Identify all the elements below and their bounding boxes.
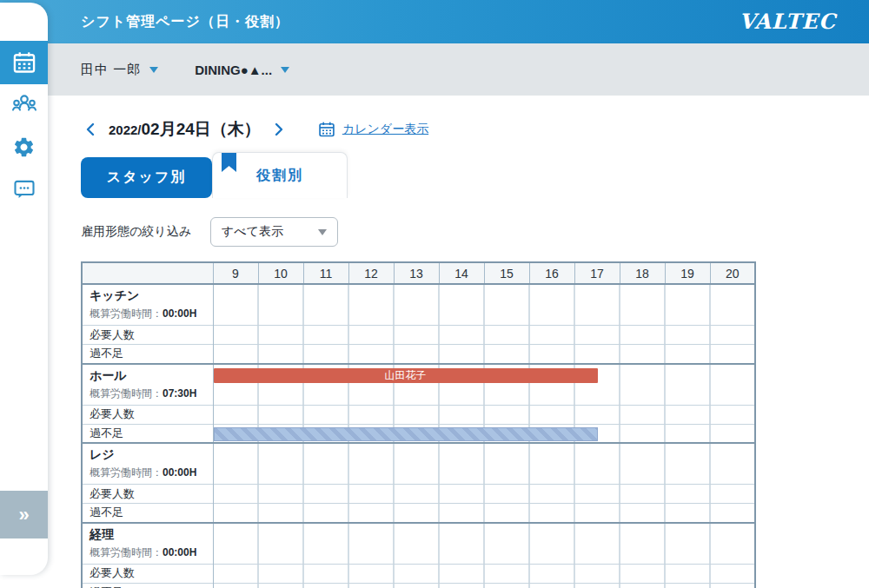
prev-day-button[interactable]	[81, 122, 100, 137]
shortage-row: 過不足	[82, 424, 755, 443]
required-grid-レジ[interactable]	[213, 485, 755, 504]
shortage-grid-レジ[interactable]	[213, 504, 755, 523]
schedule-table-body: キッチン概算労働時間：00:00H必要人数過不足ホール概算労働時間：07:30H…	[82, 284, 755, 588]
shortage-grid-経理[interactable]	[213, 583, 755, 588]
shift-grid-キッチン[interactable]	[213, 284, 755, 326]
role-name-cell: キッチン概算労働時間：00:00H	[82, 284, 213, 326]
hour-header-12: 12	[348, 262, 394, 284]
role-name: キッチン	[90, 288, 206, 304]
hour-header-16: 16	[529, 262, 574, 284]
shift-grid-ホール[interactable]: 山田花子	[213, 364, 755, 406]
required-label: 必要人数	[82, 485, 213, 504]
required-row: 必要人数	[82, 564, 755, 583]
shift-grid-レジ[interactable]	[213, 443, 755, 485]
schedule-corner-cell	[82, 262, 213, 284]
sidebar-item-staff[interactable]	[0, 84, 48, 126]
next-day-button[interactable]	[269, 122, 289, 137]
chevron-down-icon	[149, 67, 158, 73]
hour-header-19: 19	[665, 262, 710, 284]
calendar-icon	[12, 50, 36, 75]
shortage-label: 過不足	[82, 504, 213, 523]
role-name: レジ	[90, 447, 206, 463]
required-grid-キッチン[interactable]	[213, 326, 755, 345]
shortage-label: 過不足	[82, 424, 213, 443]
store-selector[interactable]: DINING●▲...	[195, 63, 289, 77]
role-work-time: 概算労働時間：07:30H	[90, 386, 206, 401]
role-name-cell: ホール概算労働時間：07:30H	[82, 364, 213, 406]
role-name-cell: レジ概算労働時間：00:00H	[82, 443, 213, 485]
shortage-row: 過不足	[82, 583, 755, 588]
page-title: シフト管理ページ（日・役割）	[81, 0, 289, 43]
employment-filter-value: すべて表示	[222, 224, 283, 240]
hour-header-18: 18	[620, 262, 665, 284]
shortage-label: 過不足	[82, 583, 213, 588]
hour-header-row: 91011121314151617181920	[82, 262, 755, 284]
shortage-row: 過不足	[82, 345, 755, 364]
user-selector[interactable]: 田中 一郎	[81, 62, 158, 78]
chevron-left-icon	[84, 122, 96, 137]
role-row: 経理概算労働時間：00:00H	[82, 523, 755, 565]
tab-staff-view[interactable]: スタッフ別	[81, 157, 212, 198]
hour-header-14: 14	[439, 262, 484, 284]
chevron-down-icon	[318, 229, 327, 235]
tab-role-view[interactable]: 役割別	[212, 152, 348, 198]
bookmark-icon	[222, 153, 236, 174]
hour-header-15: 15	[484, 262, 529, 284]
shortage-label: 過不足	[82, 345, 213, 364]
required-grid-ホール[interactable]	[213, 405, 755, 424]
role-work-time: 概算労働時間：00:00H	[90, 466, 206, 480]
required-row: 必要人数	[82, 326, 755, 345]
date-navigation: 2022/02月24日（木） カレンダー表示	[81, 118, 428, 141]
role-row: レジ概算労働時間：00:00H	[82, 443, 755, 485]
role-name: ホール	[90, 368, 206, 384]
employment-filter: 雇用形態の絞り込み すべて表示	[81, 217, 338, 247]
shortage-row: 過不足	[82, 504, 755, 523]
user-selector-value: 田中 一郎	[81, 62, 141, 78]
sidebar-item-settings[interactable]	[0, 126, 48, 168]
role-work-time: 概算労働時間：00:00H	[90, 545, 206, 560]
shift-grid-経理[interactable]	[213, 523, 755, 565]
calendar-icon	[318, 121, 335, 138]
hour-header-11: 11	[303, 262, 348, 284]
calendar-view-link-label: カレンダー表示	[342, 122, 428, 137]
schedule-table-wrap: 91011121314151617181920 キッチン概算労働時間：00:00…	[81, 261, 756, 588]
sidebar-item-messages[interactable]	[0, 168, 48, 209]
schedule-table: 91011121314151617181920 キッチン概算労働時間：00:00…	[81, 261, 756, 588]
chevron-right-icon	[273, 122, 285, 137]
role-name-cell: 経理概算労働時間：00:00H	[82, 523, 213, 565]
sidebar-item-shift-calendar[interactable]	[0, 41, 48, 84]
people-group-icon	[11, 92, 37, 118]
tab-staff-label: スタッフ別	[107, 168, 187, 187]
hour-header-9: 9	[213, 262, 258, 284]
hour-header-10: 10	[258, 262, 303, 284]
current-date: 2022/02月24日（木）	[109, 118, 261, 141]
shortage-bar	[214, 427, 598, 441]
date-main: 02月24日（木）	[142, 120, 261, 138]
required-row: 必要人数	[82, 405, 755, 424]
required-label: 必要人数	[82, 564, 213, 583]
shortage-grid-キッチン[interactable]	[213, 345, 755, 364]
hour-header-17: 17	[574, 262, 620, 284]
app-window: シフト管理ページ（日・役割） VALTEC 田中 一郎 DINING●▲... …	[0, 0, 869, 588]
tab-role-label: 役割別	[256, 167, 303, 185]
employment-filter-select[interactable]: すべて表示	[210, 217, 338, 247]
calendar-view-link[interactable]: カレンダー表示	[318, 121, 428, 138]
hour-header-20: 20	[710, 262, 755, 284]
shift-bar[interactable]: 山田花子	[214, 368, 598, 383]
shortage-grid-ホール[interactable]	[213, 424, 755, 443]
sidebar-expand-label: »	[18, 504, 29, 526]
role-row: キッチン概算労働時間：00:00H	[82, 284, 755, 326]
sidebar-expand-button[interactable]: »	[0, 491, 48, 538]
role-row: ホール概算労働時間：07:30H山田花子	[82, 364, 755, 406]
valtec-logo: VALTEC	[739, 0, 836, 43]
required-grid-経理[interactable]	[213, 564, 755, 583]
hour-header-13: 13	[394, 262, 439, 284]
context-toolbar: 田中 一郎 DINING●▲...	[48, 43, 869, 96]
required-label: 必要人数	[82, 405, 213, 424]
employment-filter-label: 雇用形態の絞り込み	[81, 224, 191, 240]
gear-icon	[12, 135, 36, 159]
required-label: 必要人数	[82, 326, 213, 345]
date-year: 2022/	[109, 122, 142, 137]
chat-icon	[12, 176, 36, 201]
required-row: 必要人数	[82, 485, 755, 504]
